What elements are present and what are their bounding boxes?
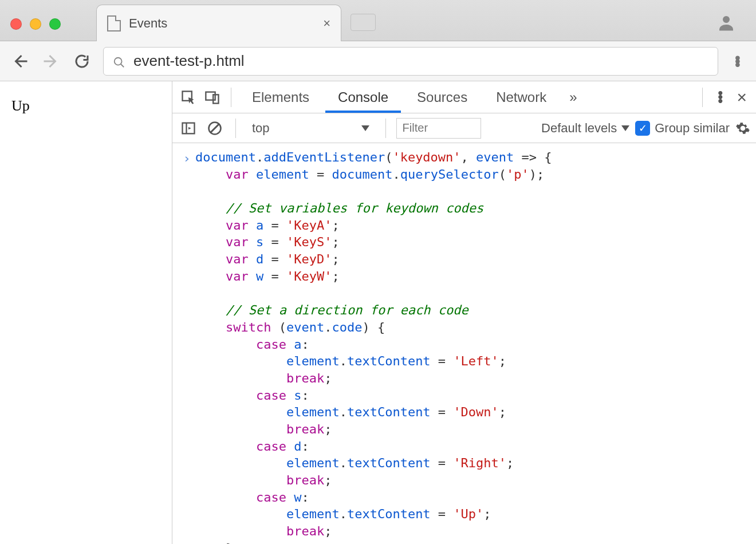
console-prompt-icon: ›: [178, 149, 195, 544]
console-input-row: › document.addEventListener('keydown', e…: [172, 149, 756, 544]
console-settings-icon[interactable]: [735, 121, 750, 136]
back-button[interactable]: [10, 52, 30, 71]
devtools-panel: Elements Console Sources Network » ••• ×…: [172, 81, 756, 544]
browser-toolbar: event-test-p.html •••: [0, 41, 756, 81]
console-sidebar-toggle-icon[interactable]: [178, 118, 199, 139]
devtools-tabs: Elements Console Sources Network » ••• ×: [172, 81, 756, 113]
console-filter-input[interactable]: [396, 118, 481, 139]
window-controls: [10, 18, 61, 30]
separator: [235, 119, 236, 138]
devtools-menu-button[interactable]: •••: [718, 91, 723, 103]
page-content: Up: [0, 81, 172, 544]
new-tab-button[interactable]: [351, 14, 376, 31]
tab-close-icon[interactable]: ×: [323, 17, 330, 30]
device-toolbar-icon[interactable]: [202, 87, 223, 108]
tab-network[interactable]: Network: [483, 81, 559, 113]
tab-title: Events: [129, 16, 167, 31]
separator: [385, 119, 386, 138]
devtools-close-button[interactable]: ×: [733, 88, 750, 107]
context-selector-label: top: [252, 121, 270, 136]
clear-console-icon[interactable]: [204, 118, 225, 139]
chevron-down-icon: [621, 125, 629, 131]
svg-line-7: [210, 123, 219, 132]
log-levels-selector[interactable]: Default levels: [541, 121, 629, 136]
checkbox-checked-icon: ✓: [635, 121, 650, 136]
inspect-element-icon[interactable]: [178, 87, 199, 108]
window-minimize-button[interactable]: [30, 18, 41, 30]
tab-console[interactable]: Console: [325, 81, 401, 113]
context-selector[interactable]: top: [246, 121, 375, 136]
browser-tab[interactable]: Events ×: [96, 5, 341, 41]
page-icon: [107, 15, 121, 31]
group-similar-label: Group similar: [655, 121, 730, 136]
address-bar-text: event-test-p.html: [133, 52, 245, 70]
tabs-overflow-icon[interactable]: »: [562, 89, 584, 105]
window-titlebar: Events ×: [0, 0, 756, 41]
forward-button[interactable]: [41, 52, 61, 71]
console-toolbar: top Default levels ✓ Group similar: [172, 113, 756, 143]
chrome-menu-button[interactable]: •••: [730, 56, 746, 66]
separator: [702, 88, 703, 107]
log-levels-label: Default levels: [541, 121, 617, 136]
svg-point-1: [115, 57, 122, 65]
console-code: document.addEventListener('keydown', eve…: [195, 149, 552, 544]
svg-point-0: [723, 16, 730, 23]
group-similar-toggle[interactable]: ✓ Group similar: [635, 121, 730, 136]
tab-elements[interactable]: Elements: [239, 81, 322, 113]
console-output[interactable]: › document.addEventListener('keydown', e…: [172, 143, 756, 544]
chevron-down-icon: [361, 125, 369, 131]
page-paragraph: Up: [11, 97, 160, 115]
tab-sources[interactable]: Sources: [404, 81, 480, 113]
profile-avatar-icon[interactable]: [716, 13, 737, 33]
address-bar[interactable]: event-test-p.html: [103, 47, 718, 76]
search-icon: [113, 55, 125, 68]
window-zoom-button[interactable]: [49, 18, 61, 30]
reload-button[interactable]: [72, 52, 92, 71]
window-close-button[interactable]: [10, 18, 22, 30]
separator: [231, 88, 231, 107]
